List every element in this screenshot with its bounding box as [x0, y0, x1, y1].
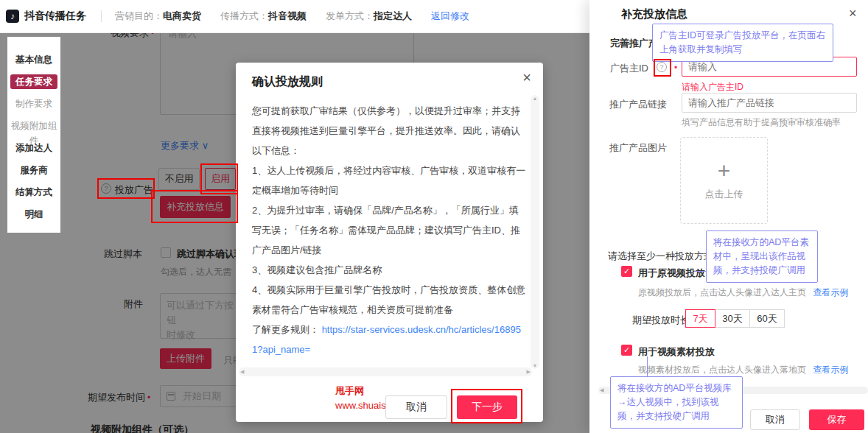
material-video-tooltip: 将在接收方的AD平台视频库→达人视频中，找到该视频，并支持投硬广调用 [610, 376, 743, 429]
nav-label: 发单方式： [326, 10, 374, 21]
original-video-example-link[interactable]: 查看示例 [813, 287, 848, 298]
nav-label: 传播方式： [220, 10, 268, 21]
sidebar-item-production-req[interactable]: 制作要求 [7, 93, 60, 115]
nav-spread-method: 传播方式：抖音视频 [220, 10, 307, 23]
app-root: ♪ 抖音传播任务 营销目的：电商卖货 传播方式：抖音视频 发单方式：指定达人 返… [0, 0, 868, 433]
advertiser-help-icon[interactable]: ? [657, 62, 667, 72]
nav-value: 抖音视频 [268, 10, 307, 21]
nav-order-method: 发单方式：指定达人 [326, 10, 412, 23]
scroll-right-icon[interactable]: ▶ [527, 367, 531, 376]
scroll-left-icon[interactable]: ◀ [600, 387, 603, 394]
advertiser-id-label: 广告主ID [610, 62, 648, 75]
product-link-helper: 填写产品信息有助于提高预审审核准确率 [682, 116, 841, 129]
modal-cancel-button[interactable]: 取消 [385, 395, 447, 419]
duration-option-30d[interactable]: 30天 [715, 309, 750, 328]
modal-paragraph: 2、为提升过审率，请确保「品牌/产品名称」，「所属行业」填写无误；「任务名称」需… [252, 200, 526, 260]
modal-close-icon[interactable]: × [522, 70, 531, 85]
panel-close-icon[interactable]: × [849, 6, 857, 21]
duration-option-7d[interactable]: 7天 [685, 309, 715, 328]
delivery-prompt: 请选择至少一种投放方式 [608, 250, 713, 263]
nav-label: 营销目的： [115, 10, 163, 21]
duration-option-60d[interactable]: 60天 [749, 309, 785, 328]
helper-text: 视频素材投放后，点击达人头像进入落地页 [638, 365, 806, 375]
modal-paragraph: 4、视频实际用于巨量引擎广告投放时，广告投放资质、整体创意素材需符合广告审核规范… [252, 280, 526, 320]
scroll-up-icon[interactable]: ▲ [531, 96, 539, 101]
modal-paragraph: 3、视频建议包含推广品牌名称 [252, 260, 526, 280]
modal-vertical-scrollbar[interactable]: ▲ ▼ [531, 95, 539, 369]
sidebar-item-basic-info[interactable]: 基本信息 [7, 49, 60, 71]
music-note-icon: ♪ [10, 11, 15, 21]
product-image-upload[interactable]: + 点击上传 [680, 137, 768, 224]
confirm-rules-modal: 确认投放规则 × 您可提前获取广审结果（仅供参考），以便提升过审率；并支持直接将… [236, 63, 543, 422]
nav-value: 电商卖货 [163, 10, 201, 21]
modal-next-button[interactable]: 下一步 [457, 395, 517, 419]
product-image-label: 推广产品图片 [609, 141, 667, 155]
panel-title: 补充投放信息 [621, 7, 687, 21]
supplement-info-panel: 补充投放信息 × 广告主ID可登录广告投放平台，在页面右上角获取并复制填写 完善… [589, 0, 868, 433]
sidebar-item-label: 任务要求 [10, 74, 57, 89]
required-dot: • [674, 63, 677, 73]
tooltip-connector [647, 356, 648, 377]
original-video-tooltip: 将在接收方的AD平台素材中，呈现出该作品视频，并支持投硬广调用 [706, 230, 818, 283]
panel-save-button[interactable]: 保存 [809, 409, 864, 430]
panel-cancel-button[interactable]: 取消 [750, 409, 800, 430]
sidebar-item-service-provider[interactable]: 服务商 [7, 159, 60, 181]
sidebar-item-settlement[interactable]: 结算方式 [7, 181, 60, 203]
helper-text: 原视频投放后，点击达人头像进入达人主页 [638, 287, 806, 298]
material-video-label: 用于视频素材投放 [638, 345, 715, 359]
plus-icon: + [718, 160, 731, 182]
app-title: 抖音传播任务 [24, 10, 86, 23]
sidebar-item-detail[interactable]: 明细 [7, 203, 60, 225]
check-icon: ✓ [623, 345, 630, 354]
modal-title: 确认投放规则 [252, 74, 323, 90]
sidebar-item-task-req[interactable]: 任务要求 [7, 71, 60, 93]
modal-body: 您可提前获取广审结果（仅供参考），以便提升过审率；并支持直接将视频推送到巨量引擎… [252, 101, 526, 359]
tooltip-connector [694, 271, 706, 272]
nav-value: 指定达人 [374, 10, 412, 21]
original-video-label: 用于原视频投放 [638, 267, 705, 280]
check-icon: ✓ [623, 267, 630, 275]
original-video-helper: 原视频投放后，点击达人头像进入达人主页 查看示例 [638, 286, 848, 299]
modal-paragraph: 1、达人上传视频后，将经过内容审核、广告审核，双道审核有一定概率增加等待时间 [252, 161, 526, 200]
product-link-input[interactable] [682, 93, 857, 113]
modal-paragraph: 您可提前获取广审结果（仅供参考），以便提升过审率；并支持直接将视频推送到巨量引擎… [252, 101, 526, 161]
scroll-left-icon[interactable]: ◀ [240, 367, 244, 376]
sidebar-item-add-creator[interactable]: 添加达人 [7, 137, 60, 159]
advertiser-id-error: 请输入广告主ID [682, 81, 743, 94]
material-video-checkbox[interactable]: ✓ [621, 345, 632, 356]
back-modify-link[interactable]: 返回修改 [431, 10, 469, 23]
product-link-label: 推广产品链接 [609, 98, 667, 111]
scroll-down-icon[interactable]: ▼ [531, 363, 539, 368]
learn-more-label: 了解更多规则： [252, 324, 319, 335]
nav-marketing-goal: 营销目的：电商卖货 [115, 10, 201, 23]
material-video-example-link[interactable]: 查看示例 [813, 365, 848, 375]
upload-text: 点击上传 [705, 188, 743, 201]
original-video-checkbox[interactable]: ✓ [621, 266, 632, 277]
modal-learn-more: 了解更多规则： https://star-services.udesk.cn/h… [252, 320, 526, 359]
douyin-logo-icon: ♪ [6, 10, 19, 23]
material-video-helper: 视频素材投放后，点击达人头像进入落地页 查看示例 [638, 364, 848, 376]
advertiser-id-tooltip: 广告主ID可登录广告投放平台，在页面右上角获取并复制填写 [652, 24, 833, 62]
header-divider [101, 10, 102, 22]
sidebar: 基本信息 任务要求 制作要求 视频附加组件 添加达人 服务商 结算方式 明细 [7, 37, 60, 233]
modal-horizontal-scrollbar[interactable]: ◀ ▶ [239, 367, 532, 376]
sidebar-item-video-addon[interactable]: 视频附加组件 [7, 115, 60, 137]
